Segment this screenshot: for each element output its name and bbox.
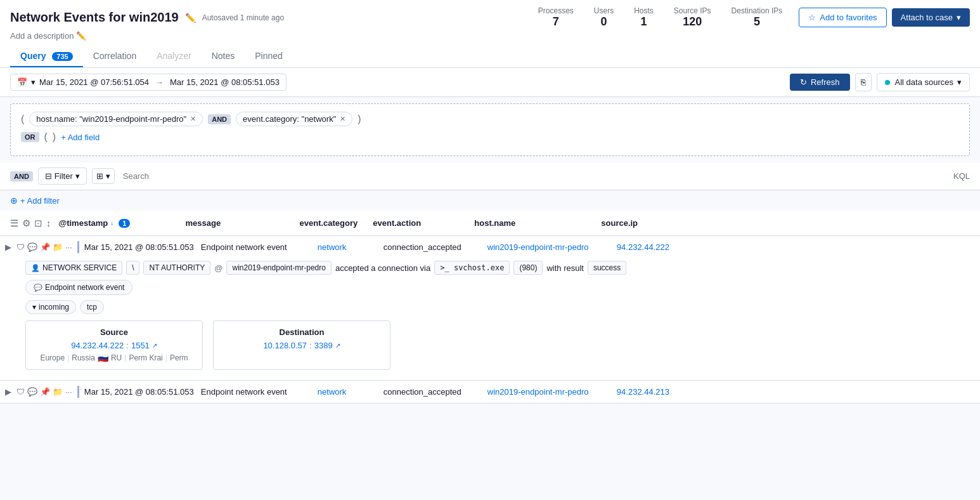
- col-message[interactable]: message: [178, 213, 292, 233]
- datasource-dot: [885, 80, 890, 85]
- list-view-icon[interactable]: ☰: [10, 218, 18, 229]
- edit-description-icon[interactable]: ✏️: [76, 31, 86, 41]
- add-filter-icon: ⊕: [10, 195, 18, 206]
- dest-ip-link[interactable]: 10.128.0.57: [263, 341, 307, 350]
- chevron-down-icon: ▾: [75, 171, 80, 181]
- row2-sourceip[interactable]: 94.232.44.213: [617, 387, 693, 397]
- user-icon: 👤: [31, 264, 40, 272]
- filter-pill-category[interactable]: event.category: "network" ✕: [236, 112, 352, 126]
- row-expand-icon[interactable]: ▶: [3, 241, 14, 253]
- chevron-down-icon: ▾: [957, 13, 961, 22]
- pin-icon[interactable]: 📌: [40, 387, 50, 397]
- row-action-icons-2: 🛡 💬 📌 📁 ···: [16, 387, 72, 397]
- table-row: ▶ 🛡 💬 📌 📁 ··· Mar 15, 2021 @ 08:05:51.05…: [0, 381, 980, 404]
- stat-hosts-label: Hosts: [634, 6, 654, 15]
- col-hostname[interactable]: host.name: [467, 213, 593, 233]
- protocol-badge: tcp: [80, 300, 104, 314]
- search-input[interactable]: [120, 168, 948, 184]
- folder-icon[interactable]: 📁: [53, 242, 63, 252]
- copy-button[interactable]: ⎘: [855, 73, 872, 91]
- col-timestamp[interactable]: @timestamp ↓ 1: [51, 213, 178, 233]
- settings-icon[interactable]: ⚙: [22, 218, 30, 229]
- header-actions: ☆ Add to favorites Attach to case ▾: [799, 8, 970, 27]
- row2-message: Endpoint network event: [201, 387, 315, 397]
- add-field-button[interactable]: + Add field: [61, 133, 100, 142]
- table-header: ☰ ⚙ ⊡ ↕ @timestamp ↓ 1 message event.cat…: [0, 211, 980, 236]
- user-network-service-badge[interactable]: 👤 NETWORK SERVICE: [25, 261, 122, 275]
- source-title: Source: [36, 327, 192, 337]
- row2-hostname[interactable]: win2019-endpoint-mr-pedro: [487, 387, 614, 397]
- col-category[interactable]: event.category: [292, 213, 366, 233]
- expanded-row-1: 👤 NETWORK SERVICE \ NT AUTHORITY @ win20…: [0, 258, 980, 380]
- filter-button[interactable]: ⊟ Filter ▾: [38, 168, 87, 185]
- filter-category-text: event.category: "network": [243, 114, 336, 124]
- dest-port-link[interactable]: 3389: [314, 341, 333, 350]
- filter-row-2: OR ( ) + Add field: [21, 131, 959, 143]
- timestamp-sort-count: 1: [119, 219, 130, 228]
- stat-dest-ips-value: 5: [732, 15, 783, 29]
- row-action-icons: 🛡 💬 📌 📁 ···: [16, 242, 72, 252]
- row-sourceip[interactable]: 94.232.44.222: [617, 242, 693, 252]
- comment-icon[interactable]: 💬: [27, 387, 37, 397]
- stat-processes-label: Processes: [538, 6, 574, 15]
- comment-icon[interactable]: 💬: [27, 242, 37, 252]
- shield-icon[interactable]: 🛡: [16, 387, 25, 397]
- col-action[interactable]: event.action: [365, 213, 467, 233]
- row-hostname[interactable]: win2019-endpoint-mr-pedro: [487, 242, 614, 252]
- cmd-badge[interactable]: >_ svchost.exe: [434, 261, 510, 275]
- row-timestamp: Mar 15, 2021 @ 08:05:51.053: [84, 242, 198, 252]
- row2-timestamp: Mar 15, 2021 @ 08:05:51.053: [84, 387, 198, 397]
- source-geo: Europe | Russia 🇷🇺 RU | Perm Krai | Perm: [36, 353, 192, 363]
- attach-to-case-button[interactable]: Attach to case ▾: [892, 8, 970, 27]
- source-port-link[interactable]: 1551: [131, 341, 150, 350]
- expanded-user-line: 👤 NETWORK SERVICE \ NT AUTHORITY @ win20…: [25, 261, 955, 275]
- at-symbol: @: [214, 263, 222, 273]
- tab-pinned[interactable]: Pinned: [245, 46, 293, 67]
- external-link-icon[interactable]: ↗: [152, 342, 157, 349]
- chevron-down-icon: ▾: [31, 77, 35, 87]
- stat-dest-ips: Destination IPs 5: [732, 6, 783, 29]
- row-action: connection_accepted: [384, 242, 485, 252]
- date-range-picker[interactable]: 📅 ▾ Mar 15, 2021 @ 07:56:51.054 → Mar 15…: [10, 74, 287, 91]
- filter-pill-hostname[interactable]: host.name: "win2019-endpoint-mr-pedro" ✕: [29, 112, 203, 126]
- tab-correlation[interactable]: Correlation: [83, 46, 146, 67]
- sort-icon[interactable]: ↕: [46, 218, 51, 228]
- stat-hosts: Hosts 1: [634, 6, 654, 29]
- authority-badge[interactable]: NT AUTHORITY: [143, 261, 210, 275]
- stat-processes-value: 7: [538, 15, 574, 29]
- tab-query[interactable]: Query 735: [10, 46, 83, 67]
- title-left: Network Events for win2019 ✏️ Autosaved …: [10, 6, 970, 41]
- folder-icon[interactable]: 📁: [53, 387, 63, 397]
- tab-notes[interactable]: Notes: [202, 46, 245, 67]
- shield-icon[interactable]: 🛡: [16, 242, 25, 252]
- more-icon[interactable]: ···: [65, 387, 72, 397]
- row-left-border-2: [77, 386, 79, 398]
- direction-badge[interactable]: ▾ incoming: [25, 300, 76, 314]
- geo-perm-krai: Perm Krai: [129, 353, 162, 362]
- edit-title-icon[interactable]: ✏️: [185, 13, 196, 23]
- search-options[interactable]: ⊞ ▾: [92, 168, 115, 184]
- query-badge: 735: [52, 52, 72, 61]
- expand-all-icon[interactable]: ⊡: [34, 218, 42, 229]
- filter-area: ( host.name: "win2019-endpoint-mr-pedro"…: [10, 103, 970, 156]
- tab-analyzer: Analyzer: [146, 46, 201, 67]
- stats-row: Processes 7 Users 0 Hosts 1 Source IPs 1…: [538, 6, 782, 29]
- dest-ip-port: 10.128.0.57 : 3389 ↗: [224, 341, 380, 350]
- source-ip-link[interactable]: 94.232.44.222: [71, 341, 124, 350]
- add-filter-label[interactable]: + Add filter: [20, 196, 60, 206]
- host-badge[interactable]: win2019-endpoint-mr-pedro: [226, 261, 331, 275]
- row-expand-icon-2[interactable]: ▶: [3, 386, 14, 398]
- pin-icon[interactable]: 📌: [40, 242, 50, 252]
- col-sourceip[interactable]: source.ip: [593, 213, 669, 233]
- add-to-favorites-button[interactable]: ☆ Add to favorites: [799, 8, 886, 27]
- sort-asc-icon: ↓: [110, 220, 113, 227]
- remove-hostname-filter-icon[interactable]: ✕: [190, 115, 196, 123]
- more-icon[interactable]: ···: [65, 242, 72, 252]
- close-paren-2: ): [53, 131, 56, 143]
- open-paren: (: [21, 114, 24, 125]
- remove-category-filter-icon[interactable]: ✕: [340, 115, 345, 123]
- external-link-icon-dest[interactable]: ↗: [335, 342, 340, 349]
- refresh-button[interactable]: ↻ Refresh: [790, 74, 850, 91]
- stat-processes: Processes 7: [538, 6, 574, 29]
- datasource-selector[interactable]: All data sources ▾: [877, 73, 970, 91]
